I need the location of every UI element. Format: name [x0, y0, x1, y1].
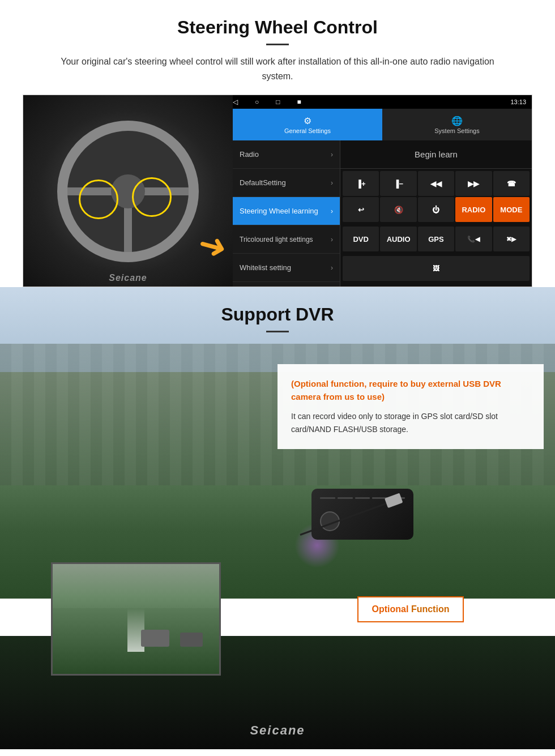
dvr-left-panel [0, 353, 266, 749]
optional-function-box: Optional Function [357, 596, 464, 622]
tab-system-settings[interactable]: 🌐 System Settings [382, 109, 532, 140]
nav-home-icon: ○ [255, 98, 259, 106]
menu-tricoloured-chevron: › [331, 236, 333, 244]
vent-3 [355, 497, 370, 499]
menu-radio-chevron: › [331, 151, 333, 159]
ctrl-extra[interactable]: 🖼 [343, 256, 530, 281]
arrow-pointer: ➜ [194, 223, 232, 268]
steering-mockup: ➜ Seicane ◁ ○ □ ■ 13:13 ⚙ General Settin… [23, 95, 532, 287]
thumbnail-inner [53, 564, 219, 674]
menu-radio[interactable]: Radio › [233, 140, 340, 169]
function-label: Function [411, 604, 450, 614]
dvr-info-box: (Optional function, require to buy exter… [278, 364, 544, 449]
system-settings-icon: 🌐 [451, 116, 463, 126]
vent-1 [320, 497, 335, 499]
ctrl-prev[interactable]: ◀◀ [418, 171, 454, 196]
usb-cable [300, 499, 396, 535]
dvr-section: Support DVR (Optional function, require … [0, 287, 555, 749]
steering-title: Steering Wheel Control [23, 17, 532, 38]
dvr-description: It can record video only to storage in G… [291, 410, 530, 435]
ctrl-mode[interactable]: MODE [493, 197, 530, 222]
dvr-thumbnail [51, 562, 221, 676]
wheel-ring [57, 121, 199, 262]
menu-steering-wheel[interactable]: Steering Wheel learning › [233, 197, 340, 225]
ctrl-call-prev[interactable]: 📞◀ [455, 227, 492, 251]
control-buttons-row1: ▐+ ▐− ◀◀ ▶▶ ☎ ↩ 🔇 ⏻ RADIO MODE [340, 169, 532, 224]
settings-content: Begin learn ▐+ ▐− ◀◀ ▶▶ ☎ ↩ 🔇 ⏻ RADIO MO… [340, 140, 532, 287]
general-settings-icon: ⚙ [304, 116, 311, 126]
dvr-right-panel: (Optional function, require to buy exter… [266, 353, 555, 749]
menu-steering-label: Steering Wheel learning [240, 207, 318, 215]
android-ui-panel: ◁ ○ □ ■ 13:13 ⚙ General Settings 🌐 Syste… [233, 95, 532, 287]
dvr-content: (Optional function, require to buy exter… [0, 353, 555, 749]
ctrl-radio[interactable]: RADIO [455, 197, 492, 222]
wheel-background: ➜ [23, 95, 233, 287]
menu-whitelist[interactable]: Whitelist setting › [233, 254, 340, 282]
vent-2 [338, 497, 353, 499]
optional-label: Optional [372, 604, 409, 614]
tab-general-settings[interactable]: ⚙ General Settings [233, 109, 382, 140]
ctrl-dvd[interactable]: DVD [343, 227, 379, 251]
tab-general-label: General Settings [284, 127, 331, 134]
ctrl-mute[interactable]: 🔇 [380, 197, 416, 222]
usb-connector [385, 493, 403, 508]
dvr-title-area: Support DVR [0, 287, 555, 347]
android-nav-bar: ◁ ○ □ ■ 13:13 [233, 95, 532, 109]
begin-learn-row: Begin learn [340, 140, 532, 169]
steering-seicane-watermark: Seicane [109, 273, 147, 283]
control-buttons-row3: 🖼 [340, 254, 532, 283]
dvr-title: Support DVR [0, 304, 555, 325]
highlight-circle-left [79, 180, 118, 219]
nav-menu-icon: ■ [297, 98, 301, 106]
begin-learn-label[interactable]: Begin learn [415, 150, 458, 159]
highlight-circle-right [132, 177, 172, 217]
steering-description: Your original car's steering wheel contr… [45, 54, 510, 83]
menu-default-setting[interactable]: DefaultSetting › [233, 169, 340, 197]
nav-recents-icon: □ [276, 98, 280, 106]
dvr-seicane-footer: Seicane [250, 723, 305, 738]
ctrl-skip-next[interactable]: ✖▶ [493, 227, 530, 251]
title-divider [266, 44, 289, 45]
ctrl-vol-up[interactable]: ▐+ [343, 171, 379, 196]
panel-body: Radio › DefaultSetting › Steering Wheel … [233, 140, 532, 287]
ctrl-gps[interactable]: GPS [418, 227, 454, 251]
ctrl-hangup[interactable]: ↩ [343, 197, 379, 222]
dvr-camera-product [278, 460, 544, 585]
menu-whitelist-label: Whitelist setting [240, 263, 291, 272]
menu-tricoloured[interactable]: Tricoloured light settings › [233, 225, 340, 254]
steering-wheel-photo: ➜ Seicane [23, 95, 233, 287]
steering-section: Steering Wheel Control Your original car… [0, 0, 555, 287]
ctrl-vol-down[interactable]: ▐− [380, 171, 416, 196]
menu-default-label: DefaultSetting [240, 178, 286, 187]
menu-steering-chevron: › [331, 207, 333, 215]
ctrl-power[interactable]: ⏻ [418, 197, 454, 222]
settings-menu: Radio › DefaultSetting › Steering Wheel … [233, 140, 340, 287]
status-time: 13:13 [510, 99, 526, 105]
control-buttons-row2: DVD AUDIO GPS 📞◀ ✖▶ [340, 224, 532, 254]
settings-tab-row: ⚙ General Settings 🌐 System Settings [233, 109, 532, 140]
menu-radio-label: Radio [240, 150, 259, 159]
menu-tricoloured-label: Tricoloured light settings [240, 236, 313, 244]
ctrl-phone[interactable]: ☎ [493, 171, 530, 196]
menu-whitelist-chevron: › [331, 264, 333, 272]
dvr-optional-text: (Optional function, require to buy exter… [291, 378, 530, 403]
menu-default-chevron: › [331, 179, 333, 187]
dvr-divider [266, 331, 289, 332]
optional-function-container: Optional Function [278, 591, 544, 622]
camera-body [311, 489, 413, 540]
ctrl-audio[interactable]: AUDIO [380, 227, 416, 251]
nav-back-icon: ◁ [233, 98, 238, 106]
tab-system-label: System Settings [434, 127, 479, 134]
ctrl-next[interactable]: ▶▶ [455, 171, 492, 196]
